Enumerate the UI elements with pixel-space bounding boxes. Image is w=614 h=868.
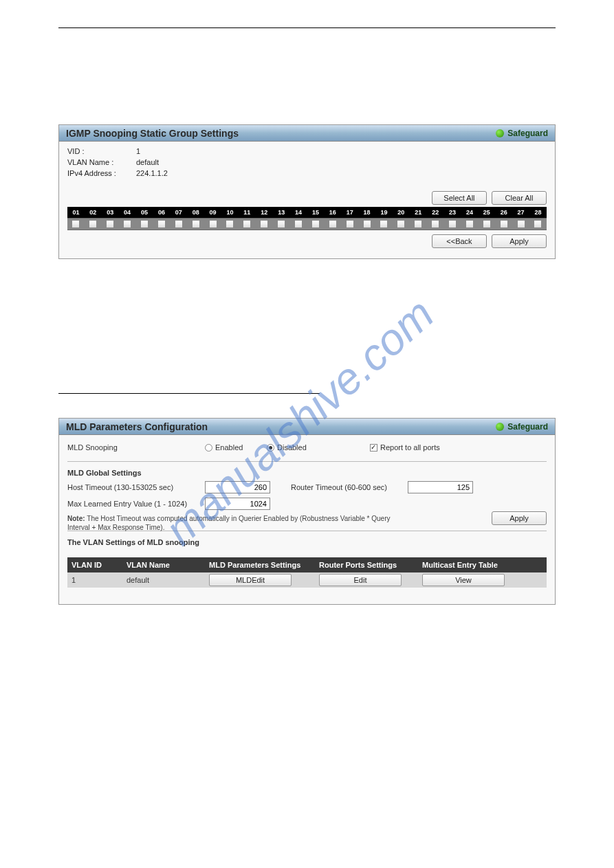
report-checkbox[interactable] bbox=[370, 444, 377, 452]
mld-panel-title: MLD Parameters Configuration bbox=[66, 421, 208, 432]
port-checkbox[interactable] bbox=[175, 220, 183, 228]
apply-button[interactable]: Apply bbox=[492, 234, 547, 248]
port-checkbox[interactable] bbox=[72, 220, 80, 228]
mld-panel-header: MLD Parameters Configuration Safeguard bbox=[59, 419, 555, 435]
port-label: 09 bbox=[204, 207, 221, 218]
port-checkbox[interactable] bbox=[209, 220, 217, 228]
select-all-button[interactable]: Select All bbox=[432, 191, 487, 205]
igmp-panel-title: IGMP Snooping Static Group Settings bbox=[66, 128, 239, 139]
port-checkbox[interactable] bbox=[277, 220, 285, 228]
port-label: 16 bbox=[324, 207, 341, 218]
vid-value: 1 bbox=[136, 146, 191, 157]
vlan-table-row: 1 default MLDEdit Edit View bbox=[67, 572, 547, 588]
divider-1 bbox=[67, 461, 547, 462]
port-label: 13 bbox=[273, 207, 290, 218]
port-checkbox[interactable] bbox=[226, 220, 234, 228]
port-label: 05 bbox=[136, 207, 153, 218]
port-label: 12 bbox=[256, 207, 273, 218]
enabled-radio[interactable] bbox=[205, 444, 212, 452]
port-label: 21 bbox=[410, 207, 427, 218]
clear-all-button[interactable]: Clear All bbox=[492, 191, 547, 205]
port-label: 27 bbox=[512, 207, 529, 218]
router-timeout-input[interactable] bbox=[408, 481, 473, 493]
router-timeout-label: Router Timeout (60-600 sec) bbox=[291, 483, 408, 491]
safeguard-icon-2 bbox=[496, 423, 504, 431]
note-prefix: Note: bbox=[67, 515, 87, 522]
top-rule bbox=[58, 27, 556, 28]
port-checkbox[interactable] bbox=[448, 220, 457, 228]
port-checkbox[interactable] bbox=[140, 220, 149, 228]
th-vlan-id: VLAN ID bbox=[67, 561, 122, 569]
vlan-name-value: default bbox=[136, 157, 191, 168]
port-checkbox[interactable] bbox=[500, 220, 508, 228]
port-checkbox[interactable] bbox=[157, 220, 166, 228]
td-vlan-id: 1 bbox=[67, 576, 122, 584]
router-edit-button[interactable]: Edit bbox=[319, 574, 402, 586]
safeguard-badge-2: Safeguard bbox=[496, 422, 548, 432]
port-label: 15 bbox=[307, 207, 324, 218]
section-divider bbox=[58, 393, 320, 394]
port-label: 18 bbox=[358, 207, 375, 218]
host-timeout-label: Host Timeout (130-153025 sec) bbox=[67, 483, 205, 491]
port-label: 03 bbox=[102, 207, 119, 218]
port-label: 23 bbox=[444, 207, 461, 218]
port-label: 22 bbox=[427, 207, 444, 218]
enabled-label: Enabled bbox=[215, 443, 243, 452]
port-checkbox[interactable] bbox=[346, 220, 354, 228]
port-header-row: 0102030405060708091011121314151617181920… bbox=[67, 207, 547, 218]
vlan-name-label: VLAN Name : bbox=[67, 157, 136, 168]
vlan-settings-heading: The VLAN Settings of MLD snooping bbox=[67, 538, 547, 546]
port-label: 19 bbox=[375, 207, 393, 218]
port-checkbox[interactable] bbox=[294, 220, 303, 228]
th-mld-params: MLD Parameters Settings bbox=[205, 561, 315, 569]
back-button[interactable]: <<Back bbox=[432, 234, 487, 248]
port-label: 25 bbox=[478, 207, 495, 218]
port-label: 04 bbox=[119, 207, 136, 218]
port-checkbox[interactable] bbox=[534, 220, 542, 228]
disabled-radio[interactable] bbox=[267, 444, 274, 452]
port-checkbox[interactable] bbox=[431, 220, 439, 228]
disabled-label: Disabled bbox=[277, 443, 307, 452]
port-checkbox[interactable] bbox=[311, 220, 320, 228]
report-label: Report to all ports bbox=[380, 443, 440, 452]
td-vlan-name: default bbox=[122, 576, 205, 584]
port-checkbox[interactable] bbox=[483, 220, 491, 228]
port-label: 14 bbox=[290, 207, 307, 218]
port-label: 07 bbox=[170, 207, 187, 218]
port-checkbox[interactable] bbox=[517, 220, 525, 228]
ipv4-value: 224.1.1.2 bbox=[136, 168, 191, 179]
port-checkbox[interactable] bbox=[380, 220, 388, 228]
port-checkbox[interactable] bbox=[243, 220, 251, 228]
port-label: 17 bbox=[341, 207, 358, 218]
max-learned-input[interactable] bbox=[205, 498, 270, 510]
vlan-table-header: VLAN ID VLAN Name MLD Parameters Setting… bbox=[67, 557, 547, 572]
port-checkbox[interactable] bbox=[465, 220, 474, 228]
mld-apply-button[interactable]: Apply bbox=[492, 511, 547, 525]
port-label: 10 bbox=[221, 207, 239, 218]
igmp-panel: IGMP Snooping Static Group Settings Safe… bbox=[58, 124, 556, 259]
ipv4-label: IPv4 Address : bbox=[67, 168, 136, 179]
th-router-ports: Router Ports Settings bbox=[315, 561, 418, 569]
mld-panel: MLD Parameters Configuration Safeguard M… bbox=[58, 418, 556, 605]
port-label: 28 bbox=[529, 207, 547, 218]
mld-edit-button[interactable]: MLDEdit bbox=[209, 574, 292, 586]
port-checkbox[interactable] bbox=[363, 220, 371, 228]
mld-snooping-label: MLD Snooping bbox=[67, 443, 205, 452]
port-checkbox[interactable] bbox=[329, 220, 337, 228]
port-label: 08 bbox=[187, 207, 204, 218]
port-checkbox[interactable] bbox=[106, 220, 114, 228]
safeguard-badge: Safeguard bbox=[496, 129, 548, 138]
max-learned-label: Max Learned Entry Value (1 - 1024) bbox=[67, 500, 205, 508]
igmp-panel-header: IGMP Snooping Static Group Settings Safe… bbox=[59, 125, 555, 142]
mcast-view-button[interactable]: View bbox=[422, 574, 505, 586]
port-checkbox[interactable] bbox=[89, 220, 97, 228]
port-checkbox[interactable] bbox=[414, 220, 422, 228]
host-timeout-input[interactable] bbox=[205, 481, 270, 493]
port-checkbox[interactable] bbox=[260, 220, 268, 228]
port-label: 26 bbox=[495, 207, 512, 218]
port-checkbox[interactable] bbox=[397, 220, 405, 228]
port-checkbox[interactable] bbox=[123, 220, 131, 228]
port-checkbox[interactable] bbox=[192, 220, 200, 228]
th-mcast: Multicast Entry Table bbox=[418, 561, 521, 569]
port-label: 24 bbox=[461, 207, 478, 218]
